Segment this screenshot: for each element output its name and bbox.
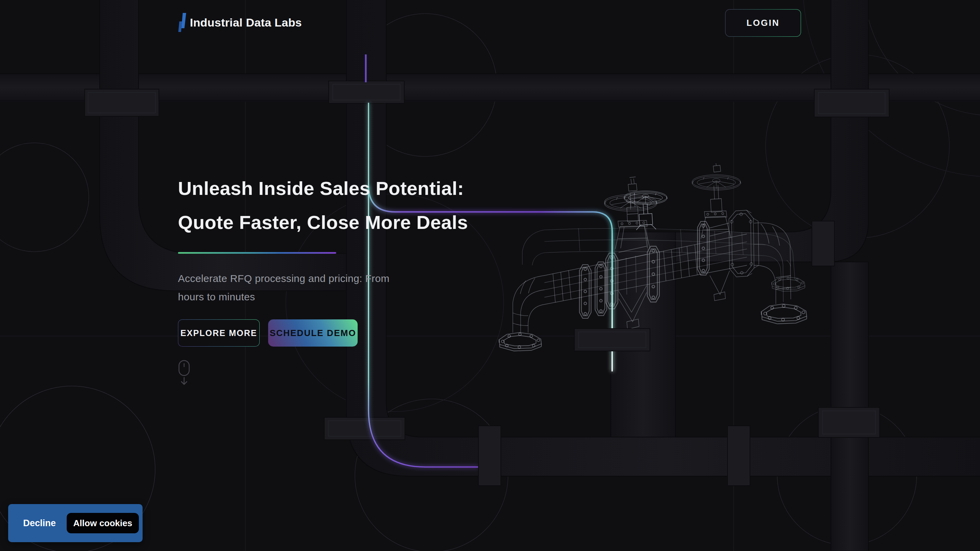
- cookie-allow-button[interactable]: Allow cookies: [67, 513, 139, 533]
- hero-subtitle-line1: Accelerate RFQ processing and pricing: F…: [178, 269, 389, 288]
- brand-logo[interactable]: Industrial Data Labs: [178, 12, 302, 33]
- cookie-decline-button[interactable]: Decline: [23, 518, 56, 529]
- login-button[interactable]: LOGIN: [725, 9, 801, 37]
- ascending-bars-logo-icon: [178, 12, 187, 33]
- scroll-hint: [178, 360, 192, 386]
- mouse-scroll-icon: [179, 360, 189, 375]
- accent-gradient-lines: [0, 0, 980, 551]
- hero-headline: Unleash Inside Sales Potential: Quote Fa…: [178, 171, 518, 240]
- explore-more-button[interactable]: EXPLORE MORE: [178, 319, 259, 346]
- gradient-underline: [178, 252, 336, 254]
- cookie-consent-banner: Decline Allow cookies: [8, 504, 143, 542]
- foreground-flange: [479, 329, 650, 486]
- landing-page: Industrial Data Labs LOGIN Unleash Insid…: [0, 0, 980, 551]
- cta-button-row: EXPLORE MORE SCHEDULE DEMO: [178, 319, 358, 346]
- hero-subtitle-line2: hours to minutes: [178, 288, 389, 306]
- hero-subtitle: Accelerate RFQ processing and pricing: F…: [178, 269, 389, 306]
- schedule-demo-button[interactable]: SCHEDULE DEMO: [268, 319, 358, 346]
- hero-headline-line1: Unleash Inside Sales Potential:: [178, 171, 518, 205]
- down-arrow-icon: [181, 378, 187, 384]
- hero-headline-line2: Quote Faster, Close More Deals: [178, 205, 518, 240]
- brand-name: Industrial Data Labs: [190, 16, 302, 29]
